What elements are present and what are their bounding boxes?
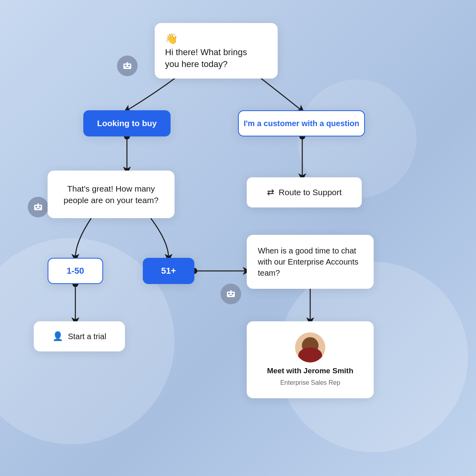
bot-icon-3 [221, 284, 241, 304]
customer-question-label: I'm a customer with a question [244, 119, 359, 128]
team-size-label: That's great! How many people are on you… [60, 183, 163, 206]
svg-point-17 [38, 203, 39, 204]
looking-to-buy-card[interactable]: Looking to buy [83, 110, 171, 136]
range-1-50-label: 1-50 [67, 266, 84, 276]
enterprise-question-card: When is a good time to chat with our Ent… [247, 235, 374, 289]
greeting-text: Hi there! What brings [165, 46, 247, 58]
start-trial-card[interactable]: 👤 Start a trial [34, 321, 125, 351]
looking-to-buy-label: Looking to buy [97, 119, 157, 128]
route-support-label: Route to Support [279, 188, 342, 197]
svg-rect-14 [39, 206, 41, 207]
team-size-card: That's great! How many people are on you… [48, 171, 175, 218]
svg-rect-12 [34, 205, 42, 210]
enterprise-question-label: When is a good time to chat with our Ent… [258, 245, 363, 278]
bot-icon-1 [117, 56, 138, 76]
svg-point-11 [127, 61, 128, 63]
range-51plus-card[interactable]: 51+ [143, 258, 194, 284]
avatar [295, 332, 325, 363]
meet-card[interactable]: Meet with Jerome Smith Enterprise Sales … [247, 321, 374, 398]
meet-title: Enterprise Sales Rep [280, 379, 340, 386]
greeting-emoji: 👋 [165, 32, 178, 46]
range-1-50-card[interactable]: 1-50 [48, 258, 103, 284]
svg-rect-9 [126, 67, 129, 68]
greeting-text-2: you here today? [165, 58, 228, 70]
svg-rect-21 [229, 295, 232, 296]
route-icon: ⇄ [267, 187, 274, 198]
customer-question-card[interactable]: I'm a customer with a question [238, 110, 365, 136]
start-trial-label: Start a trial [68, 332, 106, 341]
svg-point-23 [230, 290, 232, 291]
bot-icon-2 [28, 197, 48, 217]
person-icon: 👤 [52, 331, 63, 342]
svg-rect-15 [36, 208, 40, 209]
svg-rect-7 [125, 65, 127, 66]
svg-rect-18 [227, 292, 235, 297]
svg-rect-19 [228, 293, 230, 294]
route-support-card[interactable]: ⇄ Route to Support [247, 177, 362, 207]
greeting-card: 👋 Hi there! What brings you here today? [155, 23, 278, 79]
svg-rect-13 [35, 206, 37, 207]
svg-rect-20 [232, 293, 234, 294]
meet-name: Meet with Jerome Smith [267, 367, 353, 375]
svg-rect-8 [128, 65, 130, 66]
range-51plus-label: 51+ [161, 266, 176, 276]
svg-rect-6 [123, 63, 131, 69]
